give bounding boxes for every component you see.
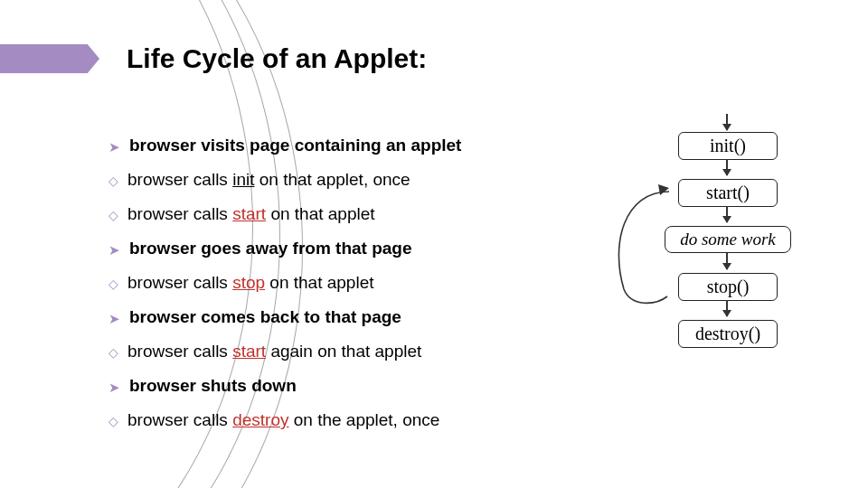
list-item: ➤ browser goes away from that page [108,239,579,258]
svg-marker-0 [658,184,669,195]
diamond-bullet-icon: ◇ [108,414,118,428]
arrow-bullet-icon: ➤ [108,242,120,258]
list-item: ◇browser calls stop on that applet [108,273,579,293]
diamond-bullet-icon: ◇ [108,345,118,360]
diagram-node-init: init() [678,132,778,160]
arrow-down-icon [726,206,728,222]
list-item-text: browser goes away from that page [129,239,412,258]
pentagon-icon [0,44,99,73]
arrow-down-icon [726,300,728,316]
arrow-down-icon [726,159,728,175]
diagram-node-start: start() [678,179,778,207]
title-row: Life Cycle of an Applet: [0,43,427,74]
list-item: ➤browser shuts down [108,376,579,396]
diamond-bullet-icon: ◇ [108,208,118,222]
lifecycle-diagram: init() start() do some work stop() destr… [579,127,814,425]
list-item-text: browser calls start on that applet [127,204,375,224]
arrow-down-icon [726,253,728,269]
arrow-bullet-icon: ➤ [108,139,120,155]
arrow-bullet-icon: ➤ [108,311,120,327]
list-item-text: browser comes back to that page [129,307,401,327]
list-item: ◇browser calls init on that applet, once [108,170,579,190]
diamond-bullet-icon: ◇ [108,174,118,188]
list-item: ➤browser comes back to that page [108,307,579,327]
arrow-down-icon [726,114,728,130]
list-item-text: browser calls init on that applet, once [127,170,410,190]
diagram-node-destroy: destroy() [678,320,778,348]
list-item-text: browser shuts down [129,376,297,396]
page-title: Life Cycle of an Applet: [127,43,427,74]
list-item-text: browser visits page containing an applet [129,136,461,155]
diagram-node-stop: stop() [678,273,778,301]
list-item: ➤ browser visits page containing an appl… [108,136,579,155]
diamond-bullet-icon: ◇ [108,277,118,291]
list-item: ◇browser calls destroy on the applet, on… [108,410,579,430]
list-item-text: browser calls stop on that applet [127,273,374,293]
bullet-list: ➤ browser visits page containing an appl… [108,136,579,445]
diagram-node-work: do some work [665,226,791,253]
list-item: ◇browser calls start again on that apple… [108,342,579,361]
arrow-bullet-icon: ➤ [108,380,120,396]
loop-arrow-icon [606,181,669,307]
list-item-text: browser calls start again on that applet [127,342,421,361]
list-item: ◇browser calls start on that applet [108,204,579,224]
list-item-text: browser calls destroy on the applet, onc… [127,410,439,430]
